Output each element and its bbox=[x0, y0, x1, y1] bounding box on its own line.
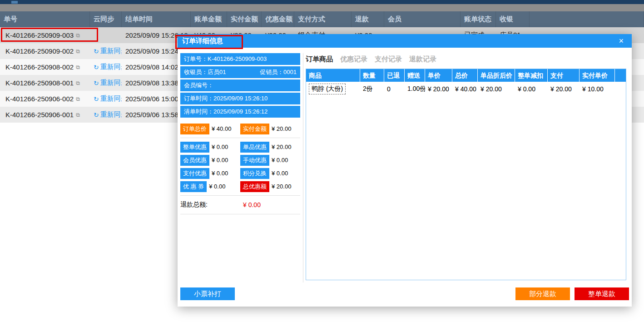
col-header-member: 会员 bbox=[384, 11, 461, 27]
order-total-value: ¥ 40.00 bbox=[212, 125, 231, 132]
order-no-text: K-401266-250906-001 bbox=[5, 111, 74, 119]
promoter-value: 0001 bbox=[283, 66, 297, 78]
cloud-sync-cell: ↻重新同步 bbox=[90, 75, 122, 91]
order-no-cell[interactable]: K-401266-250909-002 ⧉ bbox=[0, 43, 90, 59]
tab-payment-records[interactable]: 支付记录 bbox=[375, 55, 402, 64]
order-no-value: K-401266-250909-003 bbox=[208, 53, 267, 65]
item-discount-badge: 单品优惠 bbox=[240, 142, 269, 153]
cloud-sync-cell bbox=[90, 27, 122, 43]
col-header-discount-amount: 优惠金额 bbox=[262, 11, 294, 27]
col-header-settle-time: 结单时间 bbox=[122, 11, 191, 27]
discount-row: 优 惠 券 ¥ 0.00 总优惠额 ¥ 20.00 bbox=[180, 180, 300, 193]
copy-icon[interactable]: ⧉ bbox=[76, 64, 80, 70]
order-no-cell[interactable]: K-401266-250909-003 ⧉ bbox=[0, 27, 90, 43]
products-table-header: 商品 数量 已退 赠送 单价 总价 单品折后价 整单减扣 支付 实付单价 bbox=[306, 69, 626, 82]
order-deduction-cell: ¥ 0.00 bbox=[515, 85, 548, 93]
cloud-sync-cell: ↻重新同步 bbox=[90, 107, 122, 123]
total-price-cell: ¥ 40.00 bbox=[452, 85, 478, 93]
divider bbox=[180, 195, 300, 196]
product-name-cell[interactable]: 鸭脖 (大份) bbox=[306, 84, 360, 94]
sync-icon: ↻ bbox=[94, 79, 99, 87]
divider bbox=[180, 138, 300, 138]
order-no-cell[interactable]: K-401266-250908-001 ⧉ bbox=[0, 75, 90, 91]
settle-time-value: 2025/09/09 15:26:12 bbox=[213, 106, 268, 118]
window-titlebar bbox=[0, 0, 644, 4]
item-discounted-price-cell: ¥ 20.00 bbox=[478, 85, 515, 93]
order-total-badge: 订单总价 bbox=[180, 124, 209, 134]
order-no-cell[interactable]: K-401266-250906-002 ⧉ bbox=[0, 91, 90, 107]
resync-link[interactable]: ↻重新同步 bbox=[94, 94, 122, 103]
col-item-discounted-price: 单品折后价 bbox=[478, 69, 515, 82]
col-header-paid-amount: 实付金额 bbox=[227, 11, 262, 27]
payment-cell: ¥ 20.00 bbox=[548, 85, 580, 93]
resync-link[interactable]: ↻重新同步 bbox=[94, 63, 122, 71]
tab-order-products[interactable]: 订单商品 bbox=[306, 55, 333, 64]
col-gifted: 赠送 bbox=[405, 69, 425, 82]
order-summary-panel: 订单号： K-401266-250909-003 收银员： 店员01 促销员： … bbox=[180, 53, 300, 217]
col-filler bbox=[615, 69, 626, 82]
refund-total-label: 退款总额: bbox=[180, 201, 243, 209]
resync-link[interactable]: ↻重新同步 bbox=[94, 47, 122, 55]
order-no-label: 订单号： bbox=[184, 53, 208, 65]
resync-link[interactable]: ↻重新同步 bbox=[94, 110, 122, 119]
divider bbox=[180, 214, 300, 214]
copy-icon[interactable]: ⧉ bbox=[76, 48, 80, 54]
gifted-cell: 1.00份 bbox=[405, 85, 425, 93]
copy-icon[interactable]: ⧉ bbox=[76, 32, 80, 39]
col-total-price: 总价 bbox=[452, 69, 478, 82]
discount-row: 会员优惠 ¥ 0.00 手动优惠 ¥ 0.00 bbox=[180, 154, 300, 167]
col-header-cloud-sync: 云同步 bbox=[90, 11, 122, 27]
sync-icon: ↻ bbox=[94, 111, 99, 119]
copy-icon[interactable]: ⧉ bbox=[76, 96, 80, 102]
col-header-cashier: 收银 bbox=[496, 11, 530, 27]
detail-tabs: 订单商品 优惠记录 支付记录 退款记录 bbox=[306, 53, 626, 65]
settle-time-label: 清单时间： bbox=[184, 106, 213, 118]
copy-icon[interactable]: ⧉ bbox=[76, 80, 80, 86]
partial-refund-button[interactable]: 部分退款 bbox=[515, 287, 570, 300]
resync-link[interactable]: ↻重新同步 bbox=[94, 79, 122, 87]
tab-discount-records[interactable]: 优惠记录 bbox=[340, 55, 367, 64]
col-header-order-no: 单号 bbox=[0, 11, 90, 27]
promoter-label: 促销员： bbox=[260, 66, 283, 78]
order-time-label: 订单时间： bbox=[184, 93, 213, 104]
pos-order-screen: 单号 云同步 结单时间 账单金额 实付金额 优惠金额 支付方式 退款 会员 账单… bbox=[0, 0, 644, 322]
refund-total-row: 退款总额: ¥ 0.00 bbox=[180, 198, 300, 212]
unit-price-cell: ¥ 20.00 bbox=[425, 85, 452, 93]
reprint-receipt-button[interactable]: 小票补打 bbox=[180, 287, 235, 300]
copy-icon[interactable]: ⧉ bbox=[76, 112, 80, 118]
sync-icon: ↻ bbox=[94, 95, 99, 103]
product-row[interactable]: 鸭脖 (大份) 2份 0 1.00份 ¥ 20.00 ¥ 40.00 ¥ 20.… bbox=[306, 82, 626, 96]
cloud-sync-cell: ↻重新同步 bbox=[90, 91, 122, 107]
toolbar-band bbox=[0, 4, 644, 11]
col-product: 商品 bbox=[306, 69, 360, 82]
order-no-text: K-401266-250909-003 bbox=[5, 31, 74, 39]
cashier-label: 收银员： bbox=[184, 66, 208, 78]
col-actual-unit-price: 实付单价 bbox=[580, 69, 615, 82]
col-returned: 已退 bbox=[384, 69, 405, 82]
total-discount-badge: 总优惠额 bbox=[240, 181, 269, 192]
tab-refund-records[interactable]: 退款记录 bbox=[409, 55, 436, 64]
dialog-title: 订单详细信息 bbox=[182, 34, 223, 48]
refund-total-value: ¥ 0.00 bbox=[243, 201, 261, 208]
order-no-text: K-401266-250908-001 bbox=[5, 79, 74, 87]
order-no-text: K-401266-250909-002 bbox=[5, 47, 74, 55]
sync-icon: ↻ bbox=[94, 64, 99, 71]
panel-divider bbox=[303, 53, 303, 282]
close-icon[interactable]: × bbox=[619, 34, 624, 48]
products-table: 商品 数量 已退 赠送 单价 总价 单品折后价 整单减扣 支付 实付单价 鸭脖 … bbox=[306, 69, 626, 280]
order-no-cell[interactable]: K-401266-250906-001 ⧉ bbox=[0, 107, 90, 123]
cashier-value: 店员01 bbox=[208, 66, 226, 78]
full-refund-button[interactable]: 整单退款 bbox=[575, 287, 629, 300]
totals-row: 订单总价 ¥ 40.00 实付金额 ¥ 20.00 bbox=[180, 122, 300, 135]
order-no-cell[interactable]: K-401266-250908-002 ⧉ bbox=[0, 59, 90, 75]
quantity-cell: 2份 bbox=[360, 85, 384, 93]
col-header-bill-status: 账单状态 bbox=[461, 11, 496, 27]
col-payment: 支付 bbox=[548, 69, 580, 82]
col-header-filler bbox=[530, 11, 644, 27]
amounts-section: 订单总价 ¥ 40.00 实付金额 ¥ 20.00 整单优惠 ¥ 0.00 bbox=[180, 122, 300, 214]
order-no-bar: 订单号： K-401266-250909-003 bbox=[180, 53, 300, 65]
whole-order-discount-badge: 整单优惠 bbox=[180, 142, 209, 153]
payment-discount-badge: 支付优惠 bbox=[180, 168, 209, 179]
paid-amount-badge: 实付金额 bbox=[240, 124, 269, 134]
manual-discount-badge: 手动优惠 bbox=[240, 155, 269, 166]
